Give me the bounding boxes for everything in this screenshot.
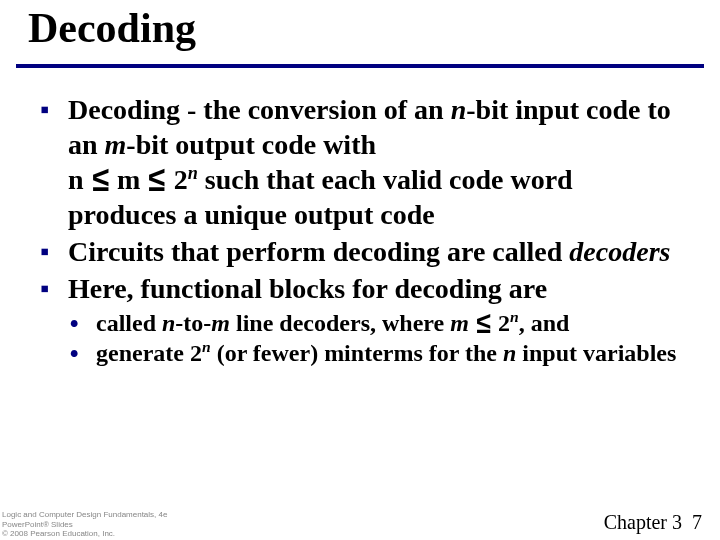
bullet-2: ▪ Circuits that perform decoding are cal… [40, 234, 680, 269]
bullet-dot-icon: • [70, 308, 78, 338]
le-icon: ≤ [90, 158, 111, 202]
le-icon: ≤ [146, 158, 167, 202]
bullet-2-decoders: decoders [569, 236, 670, 267]
bullet-1: ▪ Decoding - the conversion of an n-bit … [40, 92, 680, 232]
footer-line1: Logic and Computer Design Fundamentals, … [2, 510, 167, 519]
sb1-n: n [162, 310, 175, 336]
bullet-square-icon: ▪ [40, 93, 49, 126]
sb1-m: m [211, 310, 230, 336]
bullet-3: ▪ Here, functional blocks for decoding a… [40, 271, 680, 306]
footer-chapter: Chapter 37 [604, 511, 702, 534]
footer-line2: PowerPoint® Slides [2, 520, 73, 529]
sb1-mid2: line decoders, where [230, 310, 450, 336]
page-title: Decoding [28, 4, 196, 52]
bullet-1-n: n [451, 94, 467, 125]
sb2-mid: (or fewer) minterms for the [211, 340, 503, 366]
sb1-m2: m [450, 310, 469, 336]
bullet-square-icon: ▪ [40, 272, 49, 305]
subbullet-1: • called n-to-m line decoders, where m ≤… [40, 308, 680, 338]
bullet-1-line2a: n [68, 164, 91, 195]
sb1-pre: called [96, 310, 162, 336]
slide: Decoding ▪ Decoding - the conversion of … [0, 0, 720, 540]
le-icon: ≤ [474, 304, 493, 342]
bullet-dot-icon: • [70, 338, 78, 368]
bullet-1-exp: n [188, 163, 198, 183]
footer-credits: Logic and Computer Design Fundamentals, … [2, 510, 167, 538]
footer-line3: © 2008 Pearson Education, Inc. [2, 529, 115, 538]
body-content: ▪ Decoding - the conversion of an n-bit … [40, 92, 680, 368]
sb1-exp: n [510, 308, 519, 325]
bullet-square-icon: ▪ [40, 235, 49, 268]
sb2-post: input variables [516, 340, 676, 366]
title-rule [16, 64, 704, 68]
bullet-1-rest3: -bit output code with [126, 129, 376, 160]
sb2-n: n [503, 340, 516, 366]
page-number: 7 [692, 511, 702, 533]
subbullet-2: • generate 2n (or fewer) minterms for th… [40, 338, 680, 368]
bullet-1-lead: Decoding [68, 94, 180, 125]
bullet-1-line2c: 2 [167, 164, 188, 195]
bullet-3-text: Here, functional blocks for decoding are [68, 273, 547, 304]
chapter-label: Chapter 3 [604, 511, 682, 533]
sb2-pre: generate 2 [96, 340, 202, 366]
bullet-2-text: Circuits that perform decoding are calle… [68, 236, 569, 267]
bullet-1-rest1: - the conversion of an [180, 94, 451, 125]
sb1-sp2: 2 [492, 310, 510, 336]
bullet-1-m: m [105, 129, 127, 160]
sb1-mid1: -to- [175, 310, 211, 336]
sb2-exp: n [202, 338, 211, 355]
sb1-post: , and [519, 310, 570, 336]
bullet-1-line2b: m [110, 164, 147, 195]
